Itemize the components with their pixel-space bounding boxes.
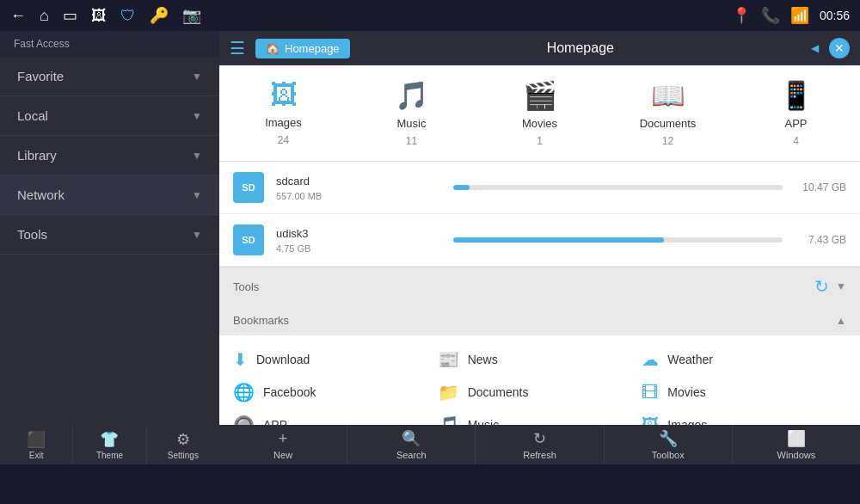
storage-items: SD sdcard 557.00 MB 10.47 GB SD udisk3 4…	[219, 162, 860, 267]
bookmark-label: Images	[667, 418, 707, 425]
udisk3-avatar: SD	[233, 224, 264, 255]
exit-label: Exit	[29, 451, 44, 460]
image-icon: 🖼	[91, 7, 107, 25]
content-header: ☰ 🏠 Homepage Homepage ◀ ✕	[219, 31, 860, 65]
sidebar-item-label: Network	[17, 187, 64, 202]
category-count: 1	[537, 135, 543, 147]
images-bookmark-icon: 🖼	[642, 415, 659, 426]
bookmark-app[interactable]: 🔘 APP	[233, 415, 438, 425]
content-scroll[interactable]: 🖼 Images 24 🎵 Music 11 🎬 Movies 1 📖 Docu…	[219, 65, 860, 425]
refresh-button[interactable]: ↻ Refresh	[476, 425, 604, 464]
content-toolbar: + New 🔍 Search ↻ Refresh 🔧 Toolbox ⬜ Win…	[219, 425, 860, 464]
bookmark-weather[interactable]: ☁ Weather	[642, 349, 846, 370]
settings-button[interactable]: ⚙ Settings	[147, 425, 219, 464]
sidebar-item-tools[interactable]: Tools ▼	[0, 215, 219, 255]
bookmark-label: Facebook	[263, 385, 316, 399]
search-label: Search	[396, 450, 427, 460]
bookmark-movies[interactable]: 🎞 Movies	[642, 382, 846, 403]
sidebar-item-library[interactable]: Library ▼	[0, 136, 219, 175]
bookmark-label: News	[468, 353, 498, 366]
sdcard-total: 10.47 GB	[795, 181, 846, 194]
clock: 00:56	[820, 9, 850, 22]
phone-icon: 📞	[761, 6, 780, 25]
toolbox-icon: 🔧	[659, 429, 678, 448]
category-documents[interactable]: 📖 Documents 12	[604, 79, 732, 147]
news-icon: 📰	[438, 349, 459, 370]
category-music[interactable]: 🎵 Music 11	[347, 79, 476, 147]
theme-icon: 👕	[100, 430, 119, 449]
search-button[interactable]: 🔍 Search	[347, 425, 476, 464]
bookmarks-label: Bookmarks	[233, 314, 289, 327]
close-button[interactable]: ✕	[829, 38, 850, 58]
category-name: Documents	[640, 117, 697, 130]
storage-item-udisk3[interactable]: SD udisk3 4.75 GB 7.43 GB	[219, 214, 860, 267]
theme-button[interactable]: 👕 Theme	[73, 425, 146, 464]
vpn-icon: 🛡	[120, 7, 136, 25]
chevron-down-icon: ▼	[192, 150, 202, 162]
theme-label: Theme	[96, 451, 123, 460]
wifi-icon: 📶	[790, 6, 809, 25]
status-bar: ← ⌂ ▭ 🖼 🛡 🔑 📷 📍 📞 📶 00:56	[0, 0, 860, 31]
toolbox-label: Toolbox	[652, 450, 685, 460]
windows-icon: ⬜	[787, 429, 806, 448]
sidebar-item-network[interactable]: Network ▼	[0, 175, 219, 215]
storage-item-sdcard[interactable]: SD sdcard 557.00 MB 10.47 GB	[219, 162, 860, 214]
status-bar-right: 📍 📞 📶 00:56	[732, 6, 850, 25]
camera-icon: 📷	[182, 6, 201, 25]
spinner-icon: ↻	[814, 276, 829, 297]
location-icon: 📍	[732, 6, 751, 25]
settings-label: Settings	[168, 451, 199, 460]
settings-icon: ⚙	[176, 430, 190, 449]
file-categories: 🖼 Images 24 🎵 Music 11 🎬 Movies 1 📖 Docu…	[219, 65, 860, 162]
category-name: Images	[265, 116, 302, 129]
bookmark-download[interactable]: ⬇ Download	[233, 349, 438, 370]
bookmark-documents[interactable]: 📁 Documents	[438, 382, 642, 403]
back-icon[interactable]: ←	[10, 7, 26, 25]
bookmark-label: Music	[468, 418, 500, 425]
bookmarks-section-header[interactable]: Bookmarks ▲	[219, 305, 860, 335]
udisk3-used: 4.75 GB	[276, 243, 441, 254]
documents-icon: 📖	[651, 79, 685, 112]
movies-bookmark-icon: 🎞	[642, 383, 659, 403]
new-icon: +	[279, 430, 288, 448]
chevron-down-icon: ▼	[192, 189, 202, 201]
bookmark-label: Weather	[667, 353, 713, 366]
main-layout: Fast Access Favorite ▼ Local ▼ Library ▼…	[0, 31, 860, 464]
category-name: Music	[397, 117, 427, 130]
exit-button[interactable]: ⬛ Exit	[0, 425, 73, 464]
refresh-icon: ↻	[533, 429, 546, 448]
category-count: 24	[278, 134, 289, 146]
search-icon: 🔍	[402, 429, 421, 448]
category-movies[interactable]: 🎬 Movies 1	[476, 79, 604, 147]
breadcrumb-tab[interactable]: 🏠 Homepage	[255, 39, 350, 58]
bookmark-images[interactable]: 🖼 Images	[642, 415, 846, 425]
tools-section-header[interactable]: Tools ↻ ▼	[219, 267, 860, 305]
movies-icon: 🎬	[523, 79, 557, 112]
sidebar-item-local[interactable]: Local ▼	[0, 96, 219, 136]
hamburger-icon[interactable]: ☰	[230, 38, 245, 58]
sdcard-avatar: SD	[233, 172, 264, 203]
sidebar-item-label: Library	[17, 148, 57, 163]
category-count: 11	[406, 135, 417, 147]
bookmark-music[interactable]: 🎵 Music	[438, 415, 642, 425]
toolbox-button[interactable]: 🔧 Toolbox	[605, 425, 733, 464]
download-icon: ⬇	[233, 349, 248, 370]
bookmarks-grid: ⬇ Download 📰 News ☁ Weather 🌐 Facebook 📁	[219, 335, 860, 425]
images-icon: 🖼	[270, 79, 298, 111]
bookmark-news[interactable]: 📰 News	[438, 349, 642, 370]
sidebar-item-favorite[interactable]: Favorite ▼	[0, 57, 219, 96]
status-bar-left: ← ⌂ ▭ 🖼 🛡 🔑 📷	[10, 6, 201, 25]
category-images[interactable]: 🖼 Images 24	[219, 79, 347, 147]
scroll-indicator: ◀	[811, 42, 819, 54]
recents-icon[interactable]: ▭	[63, 6, 77, 25]
bookmarks-chevron: ▲	[836, 315, 846, 327]
bookmark-facebook[interactable]: 🌐 Facebook	[233, 382, 438, 403]
windows-button[interactable]: ⬜ Windows	[733, 425, 860, 464]
tools-label: Tools	[233, 280, 259, 293]
bookmark-label: APP	[263, 418, 287, 425]
sidebar-item-label: Local	[17, 108, 48, 123]
home-icon[interactable]: ⌂	[40, 7, 49, 25]
sidebar-title: Fast Access	[0, 31, 219, 57]
category-app[interactable]: 📱 APP 4	[732, 79, 860, 147]
new-button[interactable]: + New	[219, 425, 347, 464]
